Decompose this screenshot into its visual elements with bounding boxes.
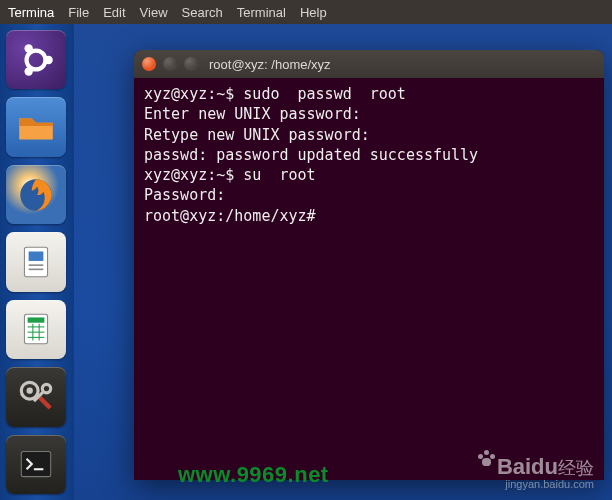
window-close-button[interactable]	[142, 57, 156, 71]
launcher-files[interactable]	[6, 97, 66, 156]
watermark-url: www.9969.net	[178, 462, 329, 488]
menu-file[interactable]: File	[68, 5, 89, 20]
unity-launcher	[0, 24, 74, 500]
terminal-line: xyz@xyz:~$ sudo passwd root	[144, 85, 406, 103]
svg-rect-6	[29, 251, 44, 260]
menu-terminal[interactable]: Terminal	[237, 5, 286, 20]
desktop: root@xyz: /home/xyz xyz@xyz:~$ sudo pass…	[0, 24, 612, 500]
svg-point-3	[24, 67, 32, 75]
terminal-icon	[15, 443, 57, 485]
watermark-baidu-sub: jingyan.baidu.com	[477, 478, 594, 490]
gear-wrench-icon	[15, 376, 57, 418]
svg-point-17	[27, 387, 33, 393]
launcher-firefox[interactable]	[6, 165, 66, 224]
terminal-window[interactable]: root@xyz: /home/xyz xyz@xyz:~$ sudo pass…	[134, 50, 604, 480]
launcher-calc[interactable]	[6, 300, 66, 359]
terminal-line: Enter new UNIX password:	[144, 105, 361, 123]
menu-view[interactable]: View	[140, 5, 168, 20]
terminal-line: Retype new UNIX password:	[144, 126, 370, 144]
terminal-titlebar[interactable]: root@xyz: /home/xyz	[134, 50, 604, 78]
terminal-line: root@xyz:/home/xyz#	[144, 207, 316, 225]
watermark-baidu-main: Baidu	[497, 454, 558, 479]
global-menubar: Termina File Edit View Search Terminal H…	[0, 0, 612, 24]
svg-point-0	[27, 50, 46, 69]
svg-point-18	[42, 384, 50, 392]
folder-icon	[15, 106, 57, 148]
menu-help[interactable]: Help	[300, 5, 327, 20]
paw-icon	[477, 450, 495, 468]
launcher-settings[interactable]	[6, 367, 66, 426]
launcher-writer[interactable]	[6, 232, 66, 291]
watermark-baidu: Baidu经验 jingyan.baidu.com	[477, 456, 594, 490]
watermark-baidu-cn: 经验	[558, 458, 594, 478]
svg-rect-19	[21, 452, 50, 477]
window-minimize-button[interactable]	[163, 57, 177, 71]
terminal-line: passwd: password updated successfully	[144, 146, 478, 164]
menu-edit[interactable]: Edit	[103, 5, 125, 20]
ubuntu-icon	[15, 39, 57, 81]
terminal-line: xyz@xyz:~$ su root	[144, 166, 316, 184]
menu-search[interactable]: Search	[182, 5, 223, 20]
svg-rect-10	[28, 318, 45, 323]
firefox-icon	[15, 174, 57, 216]
window-maximize-button[interactable]	[184, 57, 198, 71]
terminal-title: root@xyz: /home/xyz	[209, 57, 331, 72]
terminal-line: Password:	[144, 186, 225, 204]
launcher-dash[interactable]	[6, 30, 66, 89]
terminal-output[interactable]: xyz@xyz:~$ sudo passwd root Enter new UN…	[134, 78, 604, 480]
launcher-terminal[interactable]	[6, 435, 66, 494]
app-name: Termina	[8, 5, 54, 20]
svg-point-1	[44, 56, 52, 64]
svg-point-2	[24, 44, 32, 52]
spreadsheet-icon	[15, 308, 57, 350]
document-icon	[15, 241, 57, 283]
